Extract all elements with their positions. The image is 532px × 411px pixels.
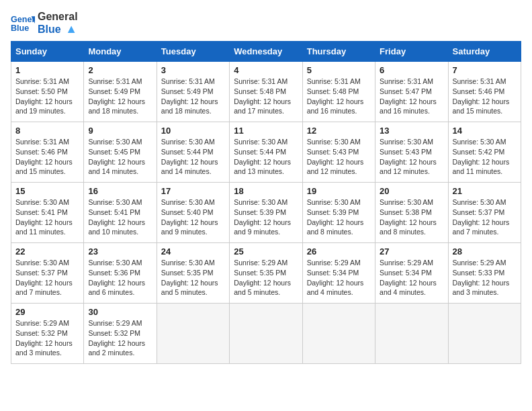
day-info: Sunrise: 5:30 AM Sunset: 5:40 PM Dayligh… (161, 197, 225, 237)
weekday-friday: Friday (375, 42, 448, 62)
logo-icon: General Blue (11, 11, 35, 36)
day-number: 8 (15, 126, 79, 136)
day-cell-6: 6 Sunrise: 5:31 AM Sunset: 5:47 PM Dayli… (375, 62, 448, 122)
day-info: Sunrise: 5:30 AM Sunset: 5:37 PM Dayligh… (453, 197, 517, 237)
day-number: 2 (88, 65, 152, 75)
calendar-week-1: 1 Sunrise: 5:31 AM Sunset: 5:50 PM Dayli… (11, 62, 521, 122)
day-info: Sunrise: 5:30 AM Sunset: 5:45 PM Dayligh… (88, 137, 152, 177)
empty-cell (448, 304, 521, 364)
empty-cell (157, 304, 229, 364)
empty-cell (230, 304, 302, 364)
empty-cell (302, 304, 375, 364)
day-info: Sunrise: 5:30 AM Sunset: 5:41 PM Dayligh… (15, 197, 79, 237)
day-info: Sunrise: 5:30 AM Sunset: 5:39 PM Dayligh… (234, 197, 298, 237)
day-cell-28: 28 Sunrise: 5:29 AM Sunset: 5:33 PM Dayl… (448, 243, 521, 304)
empty-cell (375, 304, 448, 364)
day-info: Sunrise: 5:31 AM Sunset: 5:47 PM Dayligh… (380, 77, 443, 116)
calendar-week-5: 29 Sunrise: 5:29 AM Sunset: 5:32 PM Dayl… (11, 304, 521, 364)
day-number: 4 (234, 65, 298, 75)
day-number: 16 (88, 186, 152, 196)
day-info: Sunrise: 5:30 AM Sunset: 5:43 PM Dayligh… (307, 137, 371, 177)
day-info: Sunrise: 5:30 AM Sunset: 5:37 PM Dayligh… (15, 258, 79, 298)
day-number: 21 (453, 186, 517, 196)
day-cell-30: 30 Sunrise: 5:29 AM Sunset: 5:32 PM Dayl… (84, 304, 157, 364)
day-number: 13 (380, 126, 443, 136)
day-info: Sunrise: 5:31 AM Sunset: 5:46 PM Dayligh… (453, 77, 517, 116)
day-cell-12: 12 Sunrise: 5:30 AM Sunset: 5:43 PM Dayl… (302, 122, 375, 183)
page-header: General Blue General Blue ▲ (11, 11, 521, 36)
day-number: 18 (234, 186, 298, 196)
day-info: Sunrise: 5:31 AM Sunset: 5:48 PM Dayligh… (234, 77, 298, 116)
day-info: Sunrise: 5:31 AM Sunset: 5:48 PM Dayligh… (307, 77, 371, 116)
weekday-saturday: Saturday (448, 42, 521, 62)
day-info: Sunrise: 5:29 AM Sunset: 5:33 PM Dayligh… (453, 258, 517, 298)
day-info: Sunrise: 5:29 AM Sunset: 5:35 PM Dayligh… (234, 258, 298, 298)
logo-text: General Blue ▲ (38, 11, 78, 36)
calendar-week-4: 22 Sunrise: 5:30 AM Sunset: 5:37 PM Dayl… (11, 243, 521, 304)
day-number: 19 (307, 186, 371, 196)
weekday-header-row: SundayMondayTuesdayWednesdayThursdayFrid… (11, 42, 521, 62)
day-cell-25: 25 Sunrise: 5:29 AM Sunset: 5:35 PM Dayl… (230, 243, 302, 304)
day-info: Sunrise: 5:29 AM Sunset: 5:32 PM Dayligh… (88, 318, 152, 358)
day-cell-3: 3 Sunrise: 5:31 AM Sunset: 5:49 PM Dayli… (157, 62, 229, 122)
day-info: Sunrise: 5:30 AM Sunset: 5:44 PM Dayligh… (161, 137, 225, 177)
day-number: 12 (307, 126, 371, 136)
day-info: Sunrise: 5:30 AM Sunset: 5:41 PM Dayligh… (88, 197, 152, 237)
calendar-week-3: 15 Sunrise: 5:30 AM Sunset: 5:41 PM Dayl… (11, 183, 521, 243)
day-number: 9 (88, 126, 152, 136)
weekday-monday: Monday (84, 42, 157, 62)
day-info: Sunrise: 5:29 AM Sunset: 5:32 PM Dayligh… (15, 318, 79, 358)
day-cell-29: 29 Sunrise: 5:29 AM Sunset: 5:32 PM Dayl… (11, 304, 84, 364)
day-cell-26: 26 Sunrise: 5:29 AM Sunset: 5:34 PM Dayl… (302, 243, 375, 304)
day-cell-8: 8 Sunrise: 5:31 AM Sunset: 5:46 PM Dayli… (11, 122, 84, 183)
day-number: 30 (88, 307, 152, 317)
day-info: Sunrise: 5:30 AM Sunset: 5:38 PM Dayligh… (380, 197, 443, 237)
calendar-table: SundayMondayTuesdayWednesdayThursdayFrid… (11, 41, 521, 364)
day-number: 3 (161, 65, 225, 75)
day-cell-10: 10 Sunrise: 5:30 AM Sunset: 5:44 PM Dayl… (157, 122, 229, 183)
day-info: Sunrise: 5:31 AM Sunset: 5:46 PM Dayligh… (15, 137, 79, 177)
day-cell-2: 2 Sunrise: 5:31 AM Sunset: 5:49 PM Dayli… (84, 62, 157, 122)
day-cell-20: 20 Sunrise: 5:30 AM Sunset: 5:38 PM Dayl… (375, 183, 448, 243)
day-cell-23: 23 Sunrise: 5:30 AM Sunset: 5:36 PM Dayl… (84, 243, 157, 304)
day-cell-11: 11 Sunrise: 5:30 AM Sunset: 5:44 PM Dayl… (230, 122, 302, 183)
day-cell-1: 1 Sunrise: 5:31 AM Sunset: 5:50 PM Dayli… (11, 62, 84, 122)
day-info: Sunrise: 5:29 AM Sunset: 5:34 PM Dayligh… (307, 258, 371, 298)
day-number: 25 (234, 246, 298, 257)
day-number: 27 (380, 246, 443, 257)
day-number: 7 (453, 65, 517, 75)
day-number: 17 (161, 186, 225, 196)
day-info: Sunrise: 5:31 AM Sunset: 5:49 PM Dayligh… (88, 77, 152, 116)
day-cell-19: 19 Sunrise: 5:30 AM Sunset: 5:39 PM Dayl… (302, 183, 375, 243)
calendar-week-2: 8 Sunrise: 5:31 AM Sunset: 5:46 PM Dayli… (11, 122, 521, 183)
day-cell-24: 24 Sunrise: 5:30 AM Sunset: 5:35 PM Dayl… (157, 243, 229, 304)
day-number: 6 (380, 65, 443, 75)
day-info: Sunrise: 5:30 AM Sunset: 5:44 PM Dayligh… (234, 137, 298, 177)
day-cell-18: 18 Sunrise: 5:30 AM Sunset: 5:39 PM Dayl… (230, 183, 302, 243)
day-number: 11 (234, 126, 298, 136)
day-cell-21: 21 Sunrise: 5:30 AM Sunset: 5:37 PM Dayl… (448, 183, 521, 243)
day-info: Sunrise: 5:31 AM Sunset: 5:49 PM Dayligh… (161, 77, 225, 116)
logo: General Blue General Blue ▲ (11, 11, 78, 36)
weekday-tuesday: Tuesday (157, 42, 229, 62)
day-number: 15 (15, 186, 79, 196)
day-info: Sunrise: 5:29 AM Sunset: 5:34 PM Dayligh… (380, 258, 443, 298)
day-number: 1 (15, 65, 79, 75)
day-info: Sunrise: 5:30 AM Sunset: 5:39 PM Dayligh… (307, 197, 371, 237)
day-cell-16: 16 Sunrise: 5:30 AM Sunset: 5:41 PM Dayl… (84, 183, 157, 243)
day-cell-27: 27 Sunrise: 5:29 AM Sunset: 5:34 PM Dayl… (375, 243, 448, 304)
weekday-wednesday: Wednesday (230, 42, 302, 62)
day-number: 5 (307, 65, 371, 75)
day-info: Sunrise: 5:30 AM Sunset: 5:35 PM Dayligh… (161, 258, 225, 298)
svg-text:Blue: Blue (11, 23, 29, 32)
day-number: 20 (380, 186, 443, 196)
day-number: 26 (307, 246, 371, 257)
day-number: 24 (161, 246, 225, 257)
day-cell-4: 4 Sunrise: 5:31 AM Sunset: 5:48 PM Dayli… (230, 62, 302, 122)
day-cell-22: 22 Sunrise: 5:30 AM Sunset: 5:37 PM Dayl… (11, 243, 84, 304)
calendar-body: 1 Sunrise: 5:31 AM Sunset: 5:50 PM Dayli… (11, 62, 521, 364)
day-cell-17: 17 Sunrise: 5:30 AM Sunset: 5:40 PM Dayl… (157, 183, 229, 243)
day-info: Sunrise: 5:30 AM Sunset: 5:43 PM Dayligh… (380, 137, 443, 177)
day-cell-7: 7 Sunrise: 5:31 AM Sunset: 5:46 PM Dayli… (448, 62, 521, 122)
day-cell-15: 15 Sunrise: 5:30 AM Sunset: 5:41 PM Dayl… (11, 183, 84, 243)
